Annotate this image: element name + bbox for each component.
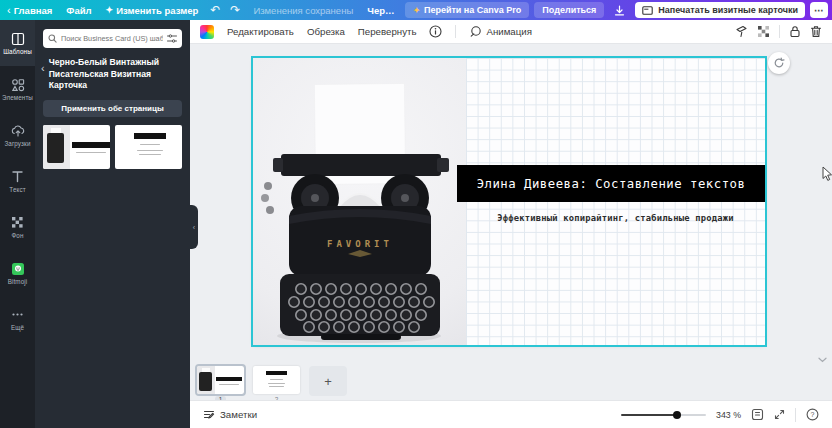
page-1-thumbnail[interactable]: 1 <box>197 366 244 403</box>
strip-collapse-button[interactable] <box>818 349 827 367</box>
help-button[interactable]: ? <box>806 408 819 421</box>
panel-collapse-handle[interactable]: ‹ <box>190 205 198 249</box>
notes-label: Заметки <box>220 409 257 420</box>
undo-button[interactable]: ↶ <box>205 3 225 17</box>
search-icon <box>48 34 57 43</box>
more-options-button[interactable]: ⋯ <box>810 2 828 18</box>
template-thumb-page1[interactable] <box>43 125 110 169</box>
home-button[interactable]: ‹ Главная <box>0 0 59 20</box>
template-thumb-page2[interactable] <box>115 125 182 169</box>
panel-back-chevron[interactable]: ‹ <box>41 63 45 74</box>
apply-both-pages-button[interactable]: Применить обе страницы <box>43 100 182 117</box>
templates-panel: ‹ Черно-Белый Винтажный Писательская Виз… <box>35 20 190 428</box>
pages-strip: 1 2 + <box>197 366 347 403</box>
thumb2-headline-bar <box>134 133 166 139</box>
share-button[interactable]: Поделиться <box>534 2 604 18</box>
template-search[interactable] <box>43 29 182 48</box>
footer-bar: Заметки 343 % ? <box>190 400 832 428</box>
back-chevron-icon: ‹ <box>7 5 11 16</box>
animate-label: Анимация <box>486 26 531 37</box>
chevron-down-icon <box>818 357 827 363</box>
bitmoji-icon <box>10 261 25 276</box>
info-button[interactable] <box>429 25 442 38</box>
upload-cloud-icon <box>10 123 25 138</box>
sidebar-item-bitmoji[interactable]: Bitmoji <box>0 250 35 296</box>
canva-pro-label: Перейти на Canva Pro <box>424 5 521 15</box>
download-icon <box>614 5 625 16</box>
text-icon <box>10 169 25 184</box>
headline-text: Элина Дивеева: Составление текстов <box>477 177 746 191</box>
design-page[interactable]: FAVORIT Элина Дивеева: Составление текст… <box>253 58 765 345</box>
download-button[interactable] <box>609 5 630 16</box>
canva-pro-button[interactable]: ✦ Перейти на Canva Pro <box>405 2 529 18</box>
typewriter-photo[interactable]: FAVORIT <box>253 58 466 345</box>
file-label: Файл <box>66 5 91 16</box>
thumb-typewriter-photo <box>43 125 70 169</box>
resize-label: Изменить размер <box>116 5 198 16</box>
filter-icon[interactable] <box>167 34 177 43</box>
print-cards-label: Напечатать визитные карточки <box>658 5 798 15</box>
edit-image-button[interactable]: Редактировать <box>227 26 294 37</box>
delete-button[interactable] <box>810 25 822 38</box>
thumb-headline-bar <box>72 142 110 148</box>
copy-style-button[interactable] <box>735 25 748 38</box>
home-label: Главная <box>14 5 53 16</box>
top-navbar: ‹ Главная Файл ✦ Изменить размер ↶ ↷ Изм… <box>0 0 832 20</box>
subtitle-text-element[interactable]: Эффективный копирайтинг, стабильные прод… <box>466 213 765 223</box>
templates-icon <box>10 31 25 46</box>
zoom-level: 343 % <box>716 410 741 420</box>
template-title: Черно-Белый Винтажный Писательская Визит… <box>49 57 182 92</box>
animation-icon <box>469 25 482 38</box>
fullscreen-button[interactable] <box>774 409 785 420</box>
page-2-thumbnail[interactable]: 2 <box>253 366 300 403</box>
print-cards-button[interactable]: Напечатать визитные карточки <box>635 2 805 18</box>
lock-button[interactable] <box>789 25 801 38</box>
sidebar-item-more[interactable]: Ещё <box>0 296 35 342</box>
notes-icon <box>203 409 215 421</box>
sidebar-item-text[interactable]: Текст <box>0 158 35 204</box>
sidebar-item-templates[interactable]: Шаблоны <box>0 20 35 66</box>
resize-button[interactable]: ✦ Изменить размер <box>99 0 206 20</box>
typewriter-brand-text: FAVORIT <box>327 239 393 249</box>
crown-icon: ✦ <box>413 6 420 15</box>
crop-button[interactable]: Обрезка <box>307 26 345 37</box>
sidebar-item-elements[interactable]: Элементы <box>0 66 35 112</box>
sidebar-item-background[interactable]: Фон <box>0 204 35 250</box>
elements-icon <box>10 77 25 92</box>
flip-button[interactable]: Перевернуть <box>358 26 417 37</box>
mouse-cursor <box>822 166 832 186</box>
animate-button[interactable]: Анимация <box>469 25 531 38</box>
document-title[interactable]: Черно-Белый Винтажный Писательская Визит… <box>361 5 405 16</box>
headline-text-element[interactable]: Элина Дивеева: Составление текстов <box>457 165 765 202</box>
more-dots-icon <box>10 307 25 322</box>
share-label: Поделиться <box>542 5 596 15</box>
background-icon <box>10 215 25 230</box>
zoom-slider-thumb[interactable] <box>673 411 681 419</box>
zoom-slider[interactable] <box>621 414 706 416</box>
sidebar-rail: Шаблоны Элементы Загрузки Текст Фон Bitm… <box>0 20 35 428</box>
redo-button[interactable]: ↷ <box>225 3 245 17</box>
file-menu-button[interactable]: Файл <box>59 0 98 20</box>
add-page-button[interactable]: + <box>309 366 347 396</box>
editor-workspace: Редактировать Обрезка Перевернуть Анимац… <box>190 20 832 428</box>
context-toolbar: Редактировать Обрезка Перевернуть Анимац… <box>190 20 832 44</box>
search-input[interactable] <box>61 34 163 43</box>
sidebar-item-uploads[interactable]: Загрузки <box>0 112 35 158</box>
notes-button[interactable]: Заметки <box>203 409 257 421</box>
svg-text:?: ? <box>811 411 815 418</box>
rotate-handle[interactable] <box>768 52 790 74</box>
grid-view-button[interactable] <box>751 408 764 421</box>
business-card-icon <box>642 6 653 15</box>
save-status: Изменения сохранены <box>245 5 361 16</box>
sparkle-icon: ✦ <box>106 5 114 15</box>
color-picker-swatch[interactable] <box>200 25 214 39</box>
rotate-icon <box>773 57 785 69</box>
transparency-button[interactable] <box>757 25 770 38</box>
